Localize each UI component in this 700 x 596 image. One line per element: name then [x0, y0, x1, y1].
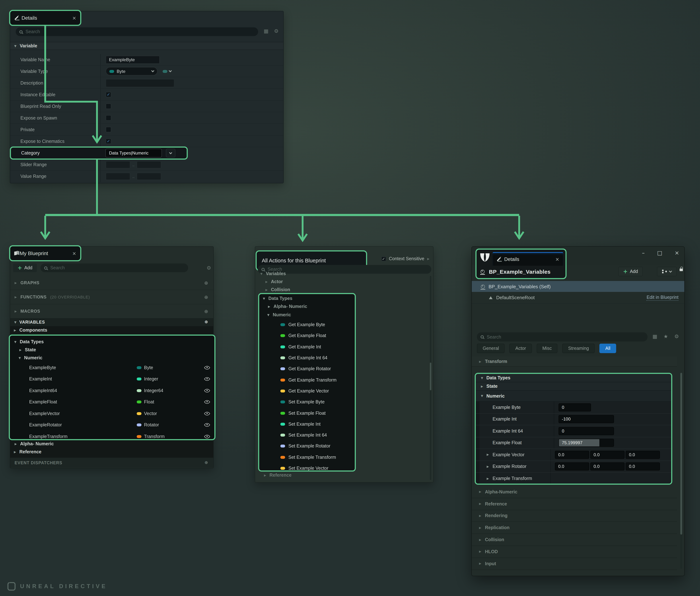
circled-plus-icon[interactable]	[204, 320, 208, 324]
close-icon[interactable]	[72, 251, 76, 256]
blueprint-search-input[interactable]: Search	[41, 263, 188, 272]
tree-item-reference[interactable]: Reference	[10, 448, 41, 456]
context-sensitive-toggle[interactable]: Context Sensitive	[381, 256, 429, 261]
category-row-collapsed[interactable]: Alpha-Numeric	[472, 486, 677, 498]
eye-icon[interactable]	[204, 388, 210, 394]
variables-section-header[interactable]: VARIABLES	[10, 318, 213, 326]
checkbox-private[interactable]	[106, 127, 111, 132]
checkbox-context-sensitive[interactable]	[381, 256, 386, 261]
slider-range-max-input[interactable]	[137, 161, 161, 168]
circled-plus-icon[interactable]	[204, 280, 208, 285]
add-variable-button[interactable]: Add	[13, 263, 37, 272]
blueprint-section-row[interactable]: MACROS	[10, 304, 213, 318]
grid-view-icon[interactable]	[264, 28, 268, 33]
variable-row[interactable]: ExampleInt Integer	[11, 373, 215, 385]
eye-icon[interactable]	[204, 376, 210, 382]
checkbox-blueprint-read-only[interactable]	[106, 103, 111, 109]
category-row-collapsed[interactable]: Collision	[472, 534, 677, 546]
category-row-collapsed[interactable]: Input	[472, 558, 677, 570]
action-item[interactable]: Get Example Int 64	[259, 353, 355, 363]
component-row-self-selected[interactable]: BP_Example_Variables (Self)	[472, 281, 684, 292]
vector-y-input[interactable]: 0.0	[590, 451, 625, 459]
category-row-data-types[interactable]: Data Types	[476, 374, 671, 382]
circled-plus-icon[interactable]	[204, 309, 208, 314]
value-range-max-input[interactable]	[137, 173, 161, 180]
tree-item-variables[interactable]: Variables	[255, 270, 433, 278]
action-item[interactable]: Get Example Vector	[259, 386, 355, 397]
variable-row[interactable]: ExampleRotator Rotator	[11, 419, 215, 431]
action-item[interactable]: Get Example Rotator	[259, 363, 355, 374]
component-row-scene-root[interactable]: DefaultSceneRoot Edit in Blueprint	[472, 292, 684, 304]
checkbox-instance-editable[interactable]	[106, 92, 111, 97]
grid-view-icon[interactable]	[652, 334, 657, 339]
event-dispatchers-header[interactable]: EVENT DISPATCHERS	[10, 458, 213, 468]
tree-item-numeric[interactable]: Numeric	[259, 310, 355, 319]
tree-item-state[interactable]: State	[11, 346, 215, 354]
action-item[interactable]: Set Example Byte	[259, 396, 355, 408]
gear-icon[interactable]	[274, 28, 278, 33]
action-item[interactable]: Get Example Byte	[259, 319, 355, 330]
variable-row[interactable]: ExampleByte Byte	[11, 362, 215, 373]
filter-tab[interactable]: All	[600, 344, 616, 353]
triangle-right-icon[interactable]	[487, 477, 489, 480]
tree-item-data-types[interactable]: Data Types	[259, 294, 355, 303]
category-row-collapsed[interactable]: Reference	[472, 498, 677, 510]
search-input[interactable]: Search	[16, 27, 258, 36]
details-search-input[interactable]: Search	[477, 332, 648, 341]
eye-icon[interactable]	[204, 422, 210, 428]
blueprint-graph-dropdown[interactable]	[657, 267, 677, 276]
tree-item-collision[interactable]: Collision	[255, 286, 433, 294]
triangle-right-icon[interactable]	[487, 465, 489, 468]
variable-section-header[interactable]: Variable	[10, 42, 283, 50]
category-row-numeric[interactable]: Numeric	[476, 391, 671, 401]
checkbox-expose-to-cinematics[interactable]	[106, 138, 111, 144]
eye-icon[interactable]	[204, 411, 210, 417]
maximize-icon[interactable]	[657, 250, 662, 256]
triangle-right-icon[interactable]	[487, 453, 489, 457]
action-item[interactable]: Set Example Int 64	[259, 430, 355, 441]
details-tab[interactable]: Details	[493, 252, 563, 266]
gear-icon[interactable]	[206, 265, 211, 270]
add-component-button[interactable]: Add	[618, 267, 643, 276]
variable-type-dropdown[interactable]: Byte	[106, 67, 157, 75]
eye-icon[interactable]	[204, 399, 210, 405]
scrollbar-thumb[interactable]	[680, 373, 682, 535]
vector-x-input[interactable]: 0.0	[555, 451, 589, 459]
action-item[interactable]: Get Example Int	[259, 341, 355, 353]
close-icon[interactable]	[72, 16, 76, 20]
rotator-yaw-input[interactable]: 0.0	[626, 463, 660, 471]
value-range-min-input[interactable]	[106, 173, 130, 180]
slider-range-min-input[interactable]	[106, 161, 130, 168]
example-byte-input[interactable]: 0	[558, 404, 591, 411]
tree-item-numeric[interactable]: Numeric	[11, 354, 215, 362]
eye-icon[interactable]	[204, 365, 210, 371]
action-item[interactable]: Set Example Int	[259, 418, 355, 430]
example-int-input[interactable]: -100	[558, 415, 614, 423]
action-item[interactable]: Set Example Rotator	[259, 441, 355, 452]
tree-item-alpha-numeric[interactable]: Alpha- Numeric	[259, 303, 355, 310]
details-tab[interactable]: Details	[9, 10, 81, 26]
rotator-pitch-input[interactable]: 0.0	[590, 463, 625, 471]
checkbox-expose-on-spawn[interactable]	[106, 115, 111, 121]
filter-tab[interactable]: Streaming	[562, 344, 595, 353]
minimize-icon[interactable]	[642, 250, 645, 256]
rotator-roll-input[interactable]: 0.0	[555, 463, 589, 471]
eye-icon[interactable]	[204, 434, 210, 440]
action-item[interactable]: Get Example Transform	[259, 374, 355, 386]
filter-tab[interactable]: General	[477, 344, 505, 353]
blueprint-section-row[interactable]: GRAPHS	[10, 276, 213, 290]
category-row-state[interactable]: State	[476, 382, 671, 391]
variable-row[interactable]: ExampleFloat Float	[11, 396, 215, 408]
action-item[interactable]: Get Example Float	[259, 330, 355, 341]
category-row-collapsed[interactable]: HLOD	[472, 546, 677, 558]
tree-item-data-types[interactable]: Data Types	[11, 338, 215, 346]
variable-row[interactable]: ExampleInt64 Integer64	[11, 385, 215, 396]
tree-item-reference[interactable]: Reference	[255, 471, 433, 479]
example-int64-input[interactable]: 0	[558, 427, 614, 435]
category-dropdown-button[interactable]	[166, 149, 175, 157]
edit-in-blueprint-link[interactable]: Edit in Blueprint	[647, 295, 678, 301]
variable-name-input[interactable]: ExampleByte	[106, 56, 160, 63]
category-combobox[interactable]: Data Types|Numeric	[105, 149, 162, 157]
tree-item-alpha-numeric[interactable]: Alpha- Numeric	[10, 440, 54, 448]
filter-tab[interactable]: Actor	[509, 344, 532, 353]
